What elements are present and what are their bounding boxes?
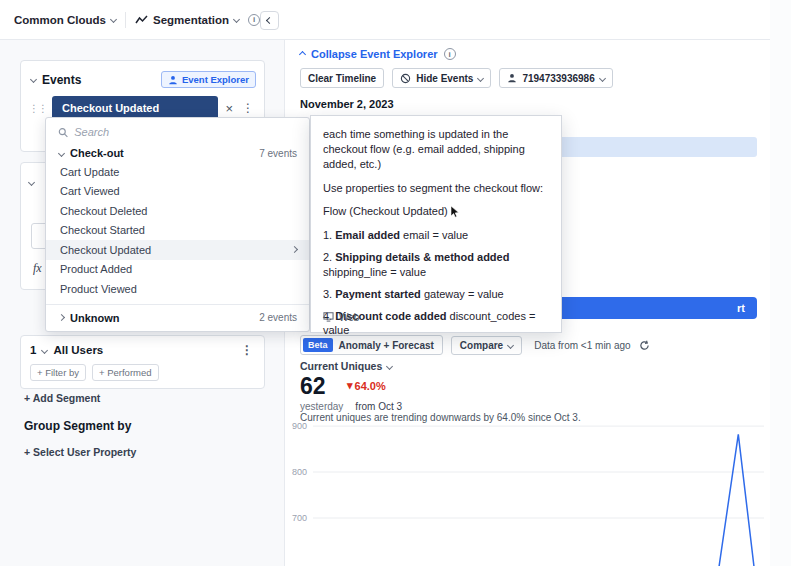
chevron-down-icon bbox=[58, 149, 65, 156]
metric-delta-value: 64.0% bbox=[355, 380, 386, 392]
data-freshness-label: Data from <1 min ago bbox=[534, 340, 630, 351]
compare-button[interactable]: Compare bbox=[451, 336, 522, 355]
chevron-right-icon bbox=[291, 246, 298, 253]
event-picker-dropdown: Check-out 7 events Cart UpdateCart Viewe… bbox=[45, 117, 310, 332]
event-option-label: Checkout Started bbox=[60, 224, 145, 236]
events-panel-header: Events Event Explorer bbox=[21, 61, 264, 96]
event-option-label: Checkout Deleted bbox=[60, 205, 147, 217]
metric-sub-row: yesterday from Oct 3 bbox=[300, 401, 402, 412]
hide-events-button[interactable]: Hide Events bbox=[392, 68, 491, 88]
segment-options-icon[interactable]: ⋮ bbox=[239, 343, 255, 357]
collapse-section-icon[interactable] bbox=[30, 76, 37, 83]
dropdown-search-row bbox=[46, 118, 309, 143]
metric-selector[interactable]: Current Uniques bbox=[300, 360, 392, 372]
unknown-group-count: 2 events bbox=[259, 312, 297, 323]
event-option[interactable]: Checkout Deleted bbox=[46, 201, 309, 221]
event-explorer-label: Event Explorer bbox=[182, 74, 249, 85]
cursor-pointer-icon bbox=[450, 206, 460, 218]
web-platform-icon bbox=[323, 312, 334, 322]
event-options-icon[interactable]: ⋮ bbox=[240, 101, 256, 115]
add-segment-link[interactable]: + Add Segment bbox=[24, 392, 100, 404]
tooltip-use-properties: Use properties to segment the checkout f… bbox=[323, 181, 549, 196]
segment-performed-button[interactable]: + Performed bbox=[92, 364, 159, 381]
primary-action-label: rt bbox=[737, 302, 745, 314]
metric-compare-from: from Oct 3 bbox=[355, 401, 402, 412]
chevron-down-icon[interactable] bbox=[41, 346, 48, 353]
hide-events-icon bbox=[400, 73, 411, 84]
chevron-up-icon bbox=[299, 50, 306, 57]
event-option-list: Cart UpdateCart ViewedCheckout DeletedCh… bbox=[46, 162, 309, 299]
collapse-event-explorer-label: Collapse Event Explorer bbox=[311, 48, 438, 60]
tooltip-flow-label: Flow (Checkout Updated) bbox=[323, 204, 448, 219]
y-axis-tick-label: 800 bbox=[292, 467, 307, 477]
event-option[interactable]: Checkout Started bbox=[46, 221, 309, 241]
chevron-down-icon bbox=[599, 74, 606, 81]
event-option[interactable]: Checkout Updated bbox=[46, 240, 309, 260]
segment-filter-by-button[interactable]: + Filter by bbox=[30, 364, 86, 381]
event-search-input[interactable] bbox=[74, 126, 297, 138]
segment-actions: + Filter by + Performed bbox=[30, 364, 255, 381]
anomaly-forecast-label: Anomaly + Forecast bbox=[339, 340, 434, 351]
app-window: Common Clouds Segmentation i Events Even… bbox=[0, 0, 791, 566]
chevron-right-icon bbox=[58, 314, 65, 321]
group-segment-by-header: Group Segment by bbox=[24, 419, 131, 433]
chevron-left-icon bbox=[266, 17, 273, 24]
collapse-event-explorer-link[interactable]: Collapse Event Explorer i bbox=[300, 48, 456, 60]
tooltip-intro: each time something is updated in the ch… bbox=[323, 127, 549, 172]
tooltip-flow-line: Flow (Checkout Updated) bbox=[323, 204, 549, 219]
segment-name[interactable]: All Users bbox=[53, 344, 103, 356]
info-icon[interactable]: i bbox=[444, 48, 456, 60]
metric-period: yesterday bbox=[300, 401, 343, 412]
view-switcher[interactable]: Segmentation bbox=[135, 14, 239, 26]
tooltip-step: 2. Shipping details & method added shipp… bbox=[323, 250, 549, 280]
beta-badge: Beta bbox=[303, 338, 333, 352]
unknown-group-label: Unknown bbox=[70, 312, 120, 324]
project-switcher[interactable]: Common Clouds bbox=[14, 14, 116, 26]
web-platform-label: Web bbox=[339, 311, 359, 325]
segment-header-row: 1 All Users ⋮ bbox=[30, 343, 255, 357]
hide-events-label: Hide Events bbox=[416, 73, 473, 84]
unknown-group-row[interactable]: Unknown 2 events bbox=[46, 304, 309, 324]
explorer-toolbar: Clear Timeline Hide Events 7194733936986 bbox=[300, 68, 613, 88]
top-bar: Common Clouds Segmentation i bbox=[0, 0, 770, 40]
event-explorer-button[interactable]: Event Explorer bbox=[161, 71, 256, 88]
event-option-label: Product Viewed bbox=[60, 283, 137, 295]
metric-label-text: Current Uniques bbox=[300, 360, 382, 372]
event-option[interactable]: Cart Update bbox=[46, 162, 309, 182]
tooltip-step: 1. Email added email = value bbox=[323, 228, 549, 243]
compare-label: Compare bbox=[460, 340, 503, 351]
clear-timeline-button[interactable]: Clear Timeline bbox=[300, 68, 384, 88]
refresh-icon[interactable] bbox=[639, 340, 650, 351]
event-option[interactable]: Cart Viewed bbox=[46, 182, 309, 202]
info-icon[interactable]: i bbox=[248, 14, 260, 26]
collapse-section-icon[interactable] bbox=[28, 179, 35, 186]
view-name: Segmentation bbox=[153, 14, 229, 26]
project-name: Common Clouds bbox=[14, 14, 106, 26]
person-search-icon bbox=[168, 75, 178, 85]
event-option-label: Cart Update bbox=[60, 166, 119, 178]
drag-handle-icon[interactable]: ⋮⋮ bbox=[29, 103, 47, 114]
event-option-label: Checkout Updated bbox=[60, 244, 151, 256]
metric-delta: ▾ 64.0% bbox=[347, 379, 386, 392]
y-axis-ticks: 900800700 bbox=[285, 422, 309, 566]
selected-event-label: Checkout Updated bbox=[62, 102, 159, 114]
down-arrow-icon: ▾ bbox=[347, 379, 353, 392]
chevron-down-icon bbox=[477, 74, 484, 81]
user-id-label: 7194733936986 bbox=[522, 73, 594, 84]
clear-timeline-label: Clear Timeline bbox=[308, 73, 376, 84]
segment-panel: 1 All Users ⋮ + Filter by + Performed bbox=[20, 335, 265, 389]
event-option-label: Cart Viewed bbox=[60, 185, 120, 197]
timeline-date: November 2, 2023 bbox=[300, 98, 394, 110]
remove-event-icon[interactable]: × bbox=[223, 101, 235, 116]
user-id-button[interactable]: 7194733936986 bbox=[499, 68, 612, 88]
collapse-sidebar-button[interactable] bbox=[260, 11, 279, 30]
event-option-label: Product Added bbox=[60, 263, 132, 275]
tooltip-step: 3. Payment started gateway = value bbox=[323, 287, 549, 302]
event-group-count: 7 events bbox=[259, 148, 297, 159]
event-option[interactable]: Product Viewed bbox=[46, 279, 309, 299]
trend-chart-svg bbox=[313, 422, 764, 566]
event-option[interactable]: Product Added bbox=[46, 260, 309, 280]
select-user-property-link[interactable]: + Select User Property bbox=[24, 446, 136, 458]
event-group-row[interactable]: Check-out 7 events bbox=[46, 143, 309, 162]
chevron-down-icon bbox=[507, 341, 514, 348]
